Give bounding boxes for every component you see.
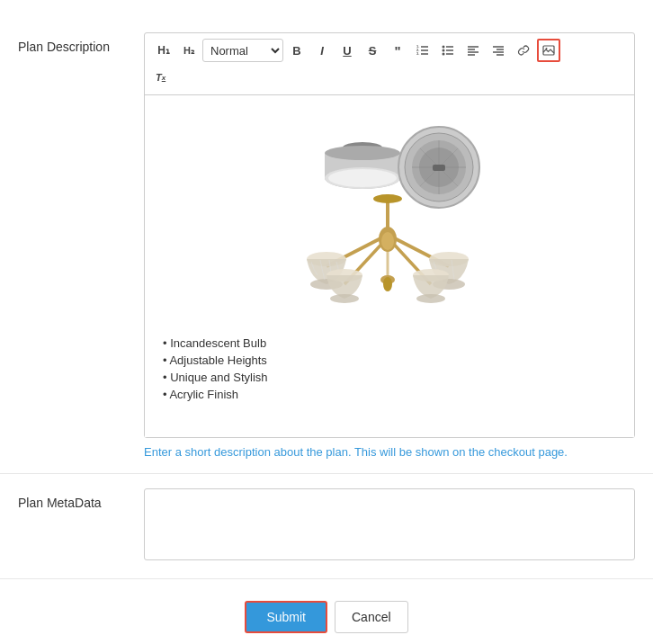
plan-metadata-label: Plan MetaData: [18, 488, 144, 564]
product-image-svg: [291, 113, 488, 320]
unordered-list-button[interactable]: [436, 39, 460, 62]
italic-button[interactable]: I: [310, 39, 334, 62]
plan-description-label: Plan Description: [18, 32, 144, 459]
svg-point-28: [328, 169, 397, 187]
blockquote-button[interactable]: ": [386, 39, 409, 62]
hint-link: This will be shown on the checkout page.: [354, 445, 568, 459]
svg-point-39: [373, 194, 402, 203]
editor-hint: Enter a short description about the plan…: [144, 445, 635, 459]
svg-point-46: [381, 232, 394, 250]
form-actions: Submit Cancel: [0, 579, 653, 644]
svg-point-9: [443, 46, 445, 49]
list-item: Unique and Stylish: [163, 369, 616, 386]
plan-description-content: H₁ H₂ Normal Heading 1 Heading 2 Heading…: [144, 32, 635, 459]
format-select[interactable]: Normal Heading 1 Heading 2 Heading 3: [202, 39, 283, 62]
bold-button[interactable]: B: [285, 39, 309, 62]
strikethrough-button[interactable]: S: [361, 39, 384, 62]
plan-metadata-content: [144, 488, 635, 564]
heading1-button[interactable]: H₁: [152, 39, 175, 62]
plan-description-row: Plan Description H₁ H₂ Normal Heading 1 …: [0, 18, 653, 474]
editor-body[interactable]: Incandescent Bulb Adjustable Heights Uni…: [145, 95, 634, 437]
svg-point-10: [443, 49, 445, 52]
feature-list: Incandescent Bulb Adjustable Heights Uni…: [163, 335, 616, 403]
list-item: Adjustable Heights: [163, 352, 616, 369]
submit-button[interactable]: Submit: [245, 601, 327, 633]
editor-images: [163, 113, 616, 320]
rich-text-editor: H₁ H₂ Normal Heading 1 Heading 2 Heading…: [144, 32, 635, 438]
underline-button[interactable]: U: [335, 39, 359, 62]
svg-point-26: [325, 146, 400, 160]
align-left-button[interactable]: [461, 39, 485, 62]
svg-point-54: [416, 294, 445, 303]
heading2-button[interactable]: H₂: [177, 39, 201, 62]
image-button[interactable]: [537, 39, 560, 62]
list-item: Incandescent Bulb: [163, 335, 616, 352]
ordered-list-button[interactable]: 1. 2. 3.: [411, 39, 434, 62]
editor-toolbar: H₁ H₂ Normal Heading 1 Heading 2 Heading…: [145, 33, 634, 95]
svg-rect-37: [433, 165, 445, 171]
cancel-button[interactable]: Cancel: [335, 601, 408, 633]
clear-format-button[interactable]: Tx: [152, 66, 169, 89]
plan-metadata-input[interactable]: [144, 488, 635, 560]
svg-point-52: [330, 294, 359, 303]
svg-point-56: [383, 277, 392, 291]
plan-metadata-row: Plan MetaData: [0, 474, 653, 579]
align-right-button[interactable]: [487, 39, 510, 62]
hint-static: Enter a short description about the plan…: [144, 445, 354, 459]
svg-point-11: [443, 53, 445, 56]
svg-text:3.: 3.: [416, 51, 419, 56]
link-button[interactable]: [512, 39, 535, 62]
list-item: Acrylic Finish: [163, 386, 616, 403]
